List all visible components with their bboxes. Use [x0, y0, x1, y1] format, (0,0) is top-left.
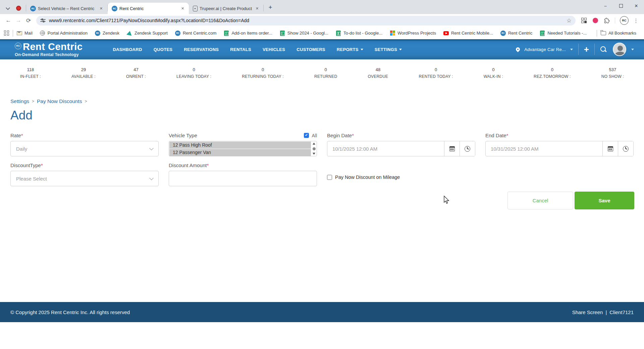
search-icon[interactable]	[600, 46, 607, 53]
url-text[interactable]: www9.rentcentric.com/Client7121/PayNowDi…	[49, 18, 564, 23]
listbox-scrollbar[interactable]	[311, 141, 317, 156]
save-button[interactable]: Save	[575, 192, 634, 209]
nav-settings[interactable]: SETTINGS	[375, 47, 402, 52]
nav-vehicles[interactable]: VEHICLES	[263, 47, 285, 52]
extensions-puzzle-icon[interactable]	[604, 18, 610, 23]
chevron-down-icon	[570, 49, 573, 50]
nav-reports[interactable]: REPORTS	[337, 47, 363, 52]
chevron-down-icon	[399, 49, 402, 50]
mileage-checkbox-row[interactable]: Pay Now Discount on Mileage	[327, 174, 475, 180]
stat-value: 0	[242, 67, 284, 72]
location-selector[interactable]: Advantage Car Re...	[516, 47, 573, 52]
capture-extension-icon[interactable]	[581, 18, 587, 23]
user-avatar[interactable]	[613, 43, 626, 56]
discount-amount-field-group: Discount Amount*	[169, 162, 317, 186]
tab-close-icon[interactable]: ✕	[98, 6, 104, 11]
stat-label: IN-FLEET :	[20, 74, 41, 79]
bookmark-label: Needed Tutorials -...	[547, 31, 587, 36]
bookmark-wordpress-projects[interactable]: WordPress Projects	[390, 31, 436, 36]
browser-tabstrip: RC Select Vehicle – Rent Centric ✕ RC Re…	[0, 0, 644, 14]
bookmark-addon-items[interactable]: Add-on Items order...	[224, 31, 272, 36]
bookmarks-separator	[597, 30, 597, 37]
tab-close-icon[interactable]: ✕	[254, 6, 260, 11]
vehicle-type-option[interactable]: 12 Passenger Van	[169, 149, 311, 156]
bookmark-star-icon[interactable]: ☆	[567, 17, 572, 24]
mileage-checkbox[interactable]	[327, 175, 332, 180]
tab-separator	[263, 5, 264, 11]
forward-button[interactable]: →	[13, 15, 23, 26]
ms-grid-icon	[390, 31, 395, 36]
bookmark-rent-centric[interactable]: RCRent Centric	[500, 31, 532, 36]
end-date-calendar-button[interactable]	[602, 141, 618, 156]
nav-customers[interactable]: CUSTOMERS	[297, 47, 325, 52]
discount-type-field-group: DiscountType* Please Select	[10, 162, 159, 186]
location-pin-icon	[515, 47, 521, 52]
window-maximize-button[interactable]	[613, 0, 629, 11]
bookmark-portal-administration[interactable]: Portal Administration	[40, 31, 88, 36]
end-date-time-button[interactable]	[618, 141, 633, 156]
discount-amount-input[interactable]	[169, 171, 317, 186]
location-label: Advantage Car Re...	[524, 47, 566, 52]
nav-dashboard[interactable]: DASHBOARD	[113, 47, 142, 52]
bookmark-todo-list[interactable]: To-do list - Google...	[336, 31, 382, 36]
mileage-checkbox-group: Pay Now Discount on Mileage	[327, 162, 475, 186]
rentcentric-favicon: RC	[112, 6, 117, 11]
tab-close-icon[interactable]: ✕	[180, 6, 185, 11]
breadcrumb-settings-link[interactable]: Settings	[10, 98, 29, 104]
begin-date-time-button[interactable]	[460, 141, 475, 156]
bookmark-mail[interactable]: Mail	[17, 31, 33, 36]
site-settings-icon[interactable]	[40, 18, 46, 23]
share-screen-link[interactable]: Share Screen	[572, 309, 603, 315]
begin-date-input[interactable]	[327, 141, 444, 156]
nav-quotes[interactable]: QUOTES	[154, 47, 173, 52]
apps-grid-icon[interactable]	[4, 31, 9, 36]
stat-rented-today: 0RENTED TODAY :	[419, 67, 453, 79]
app-footer: © Copyright 2025 Rent Centric Inc. All r…	[0, 302, 644, 322]
vehicle-type-listbox[interactable]: 12 Pass High Roof 12 Passenger Van	[169, 141, 317, 156]
new-tab-button[interactable]: +	[266, 3, 275, 12]
nav-rentals[interactable]: RENTALS	[230, 47, 251, 52]
clock-icon	[465, 146, 470, 152]
bookmark-zendesk-support[interactable]: Zendesk Support	[127, 31, 168, 36]
browser-tab-select-vehicle[interactable]: RC Select Vehicle – Rent Centric ✕	[26, 3, 107, 14]
add-new-button[interactable]: +	[584, 45, 589, 54]
cancel-button[interactable]: Cancel	[507, 192, 573, 209]
browser-menu-icon[interactable]: ⋮	[633, 17, 639, 24]
breadcrumb-pay-now-discounts-link[interactable]: Pay Now Discounts	[37, 98, 82, 104]
rentcentric-logo[interactable]: RC Rent Centric On-Demand Rental Technol…	[15, 42, 83, 57]
bookmark-show-2024[interactable]: Show 2024 - Googl...	[280, 31, 328, 36]
recording-extension-icon[interactable]	[593, 18, 598, 23]
nav-label: DASHBOARD	[113, 47, 142, 52]
browser-profile-avatar[interactable]: RC	[620, 16, 629, 25]
begin-date-calendar-button[interactable]	[444, 141, 460, 156]
rate-select[interactable]: Daily	[10, 141, 159, 156]
tab-search-chevron-icon[interactable]	[3, 3, 13, 14]
bookmark-zendesk[interactable]: RCZendesk	[95, 31, 119, 36]
scroll-up-icon[interactable]	[313, 143, 315, 145]
reload-button[interactable]: ⟳	[23, 15, 34, 26]
all-checkbox[interactable]	[304, 133, 309, 138]
bookmark-rentcentric-mobile[interactable]: Rent Centric Mobile...	[443, 31, 493, 36]
discount-type-select[interactable]: Please Select	[10, 171, 159, 186]
stat-value: 47	[126, 67, 146, 72]
stat-label: OVERDUE	[368, 74, 388, 79]
browser-tab-trupeer[interactable]: Trupeer.ai | Create Product Vide ✕	[189, 3, 263, 14]
vehicle-type-option[interactable]: 12 Pass High Roof	[169, 142, 311, 149]
copyright-text: © Copyright 2025 Rent Centric Inc. All r…	[10, 309, 130, 315]
scrollbar-thumb[interactable]	[313, 147, 316, 150]
all-checkbox-group[interactable]: All	[304, 133, 317, 138]
address-bar[interactable]: www9.rentcentric.com/Client7121/PayNowDi…	[36, 16, 576, 26]
nav-reservations[interactable]: RESERVATIONS	[184, 47, 219, 52]
bookmark-needed-tutorials[interactable]: Needed Tutorials -...	[540, 31, 587, 36]
browser-tab-rent-centric-active[interactable]: RC Rent Centric ✕	[108, 3, 189, 14]
chevron-down-icon[interactable]	[631, 49, 634, 50]
window-close-button[interactable]: ✕	[629, 0, 644, 11]
end-date-input[interactable]	[486, 141, 602, 156]
window-minimize-button[interactable]: –	[598, 0, 613, 11]
recording-indicator-icon[interactable]	[16, 6, 21, 11]
sheets-icon	[540, 31, 545, 36]
bookmark-rentcentric-com[interactable]: RCRent Centric.com	[175, 31, 216, 36]
back-button[interactable]: ←	[3, 15, 13, 26]
all-bookmarks-button[interactable]: All Bookmarks	[601, 31, 636, 36]
scroll-down-icon[interactable]	[313, 153, 315, 155]
